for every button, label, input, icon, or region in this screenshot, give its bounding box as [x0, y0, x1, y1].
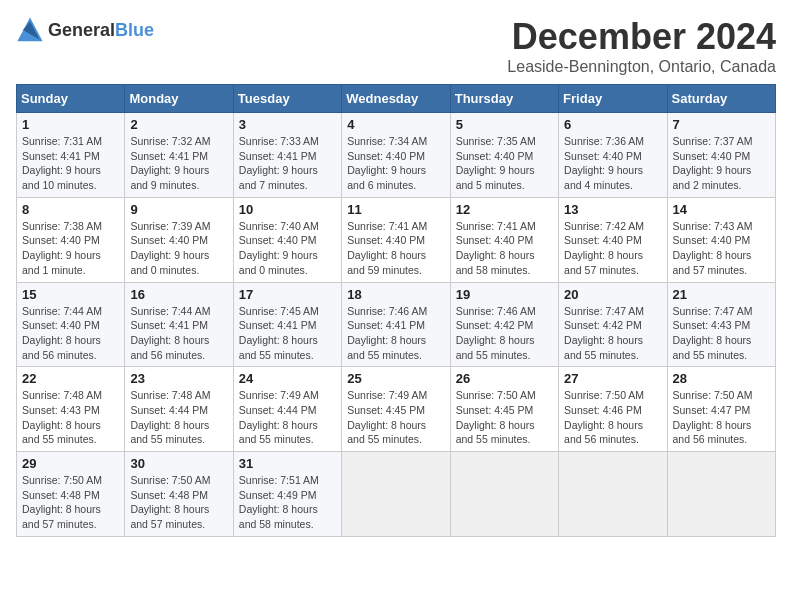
calendar-cell: 12Sunrise: 7:41 AM Sunset: 4:40 PM Dayli…	[450, 197, 558, 282]
day-info: Sunrise: 7:42 AM Sunset: 4:40 PM Dayligh…	[564, 219, 661, 278]
calendar-cell: 22Sunrise: 7:48 AM Sunset: 4:43 PM Dayli…	[17, 367, 125, 452]
day-info: Sunrise: 7:44 AM Sunset: 4:40 PM Dayligh…	[22, 304, 119, 363]
header: GeneralBlue December 2024 Leaside-Bennin…	[16, 16, 776, 76]
day-info: Sunrise: 7:36 AM Sunset: 4:40 PM Dayligh…	[564, 134, 661, 193]
day-info: Sunrise: 7:50 AM Sunset: 4:47 PM Dayligh…	[673, 388, 770, 447]
calendar-cell	[450, 452, 558, 537]
day-info: Sunrise: 7:38 AM Sunset: 4:40 PM Dayligh…	[22, 219, 119, 278]
day-info: Sunrise: 7:43 AM Sunset: 4:40 PM Dayligh…	[673, 219, 770, 278]
day-number: 26	[456, 371, 553, 386]
day-info: Sunrise: 7:50 AM Sunset: 4:48 PM Dayligh…	[22, 473, 119, 532]
calendar-table: SundayMondayTuesdayWednesdayThursdayFrid…	[16, 84, 776, 537]
day-number: 27	[564, 371, 661, 386]
calendar-cell: 20Sunrise: 7:47 AM Sunset: 4:42 PM Dayli…	[559, 282, 667, 367]
calendar-cell: 26Sunrise: 7:50 AM Sunset: 4:45 PM Dayli…	[450, 367, 558, 452]
calendar-cell: 7Sunrise: 7:37 AM Sunset: 4:40 PM Daylig…	[667, 113, 775, 198]
calendar-header-row: SundayMondayTuesdayWednesdayThursdayFrid…	[17, 85, 776, 113]
day-number: 6	[564, 117, 661, 132]
day-number: 22	[22, 371, 119, 386]
calendar-week-row: 22Sunrise: 7:48 AM Sunset: 4:43 PM Dayli…	[17, 367, 776, 452]
day-number: 18	[347, 287, 444, 302]
month-title: December 2024	[507, 16, 776, 58]
calendar-cell: 2Sunrise: 7:32 AM Sunset: 4:41 PM Daylig…	[125, 113, 233, 198]
day-number: 11	[347, 202, 444, 217]
day-number: 10	[239, 202, 336, 217]
day-number: 2	[130, 117, 227, 132]
day-header-friday: Friday	[559, 85, 667, 113]
day-info: Sunrise: 7:39 AM Sunset: 4:40 PM Dayligh…	[130, 219, 227, 278]
day-info: Sunrise: 7:47 AM Sunset: 4:42 PM Dayligh…	[564, 304, 661, 363]
day-info: Sunrise: 7:50 AM Sunset: 4:45 PM Dayligh…	[456, 388, 553, 447]
calendar-cell: 11Sunrise: 7:41 AM Sunset: 4:40 PM Dayli…	[342, 197, 450, 282]
calendar-cell: 9Sunrise: 7:39 AM Sunset: 4:40 PM Daylig…	[125, 197, 233, 282]
day-info: Sunrise: 7:46 AM Sunset: 4:42 PM Dayligh…	[456, 304, 553, 363]
day-info: Sunrise: 7:49 AM Sunset: 4:44 PM Dayligh…	[239, 388, 336, 447]
day-number: 15	[22, 287, 119, 302]
day-info: Sunrise: 7:45 AM Sunset: 4:41 PM Dayligh…	[239, 304, 336, 363]
calendar-cell: 1Sunrise: 7:31 AM Sunset: 4:41 PM Daylig…	[17, 113, 125, 198]
day-info: Sunrise: 7:35 AM Sunset: 4:40 PM Dayligh…	[456, 134, 553, 193]
calendar-cell: 18Sunrise: 7:46 AM Sunset: 4:41 PM Dayli…	[342, 282, 450, 367]
day-number: 16	[130, 287, 227, 302]
calendar-cell: 27Sunrise: 7:50 AM Sunset: 4:46 PM Dayli…	[559, 367, 667, 452]
day-info: Sunrise: 7:41 AM Sunset: 4:40 PM Dayligh…	[456, 219, 553, 278]
calendar-cell: 16Sunrise: 7:44 AM Sunset: 4:41 PM Dayli…	[125, 282, 233, 367]
day-number: 24	[239, 371, 336, 386]
day-number: 4	[347, 117, 444, 132]
day-number: 8	[22, 202, 119, 217]
day-number: 12	[456, 202, 553, 217]
day-number: 30	[130, 456, 227, 471]
calendar-cell: 31Sunrise: 7:51 AM Sunset: 4:49 PM Dayli…	[233, 452, 341, 537]
logo-blue-text: Blue	[115, 20, 154, 40]
day-number: 9	[130, 202, 227, 217]
calendar-cell: 3Sunrise: 7:33 AM Sunset: 4:41 PM Daylig…	[233, 113, 341, 198]
day-number: 28	[673, 371, 770, 386]
logo: GeneralBlue	[16, 16, 154, 44]
day-number: 3	[239, 117, 336, 132]
day-number: 19	[456, 287, 553, 302]
day-header-monday: Monday	[125, 85, 233, 113]
day-number: 29	[22, 456, 119, 471]
day-info: Sunrise: 7:48 AM Sunset: 4:43 PM Dayligh…	[22, 388, 119, 447]
calendar-week-row: 15Sunrise: 7:44 AM Sunset: 4:40 PM Dayli…	[17, 282, 776, 367]
day-number: 20	[564, 287, 661, 302]
calendar-cell: 15Sunrise: 7:44 AM Sunset: 4:40 PM Dayli…	[17, 282, 125, 367]
calendar-cell: 30Sunrise: 7:50 AM Sunset: 4:48 PM Dayli…	[125, 452, 233, 537]
day-info: Sunrise: 7:33 AM Sunset: 4:41 PM Dayligh…	[239, 134, 336, 193]
day-number: 14	[673, 202, 770, 217]
day-number: 31	[239, 456, 336, 471]
day-number: 5	[456, 117, 553, 132]
calendar-cell: 6Sunrise: 7:36 AM Sunset: 4:40 PM Daylig…	[559, 113, 667, 198]
calendar-week-row: 1Sunrise: 7:31 AM Sunset: 4:41 PM Daylig…	[17, 113, 776, 198]
calendar-cell: 10Sunrise: 7:40 AM Sunset: 4:40 PM Dayli…	[233, 197, 341, 282]
day-info: Sunrise: 7:50 AM Sunset: 4:48 PM Dayligh…	[130, 473, 227, 532]
calendar-cell: 23Sunrise: 7:48 AM Sunset: 4:44 PM Dayli…	[125, 367, 233, 452]
day-header-tuesday: Tuesday	[233, 85, 341, 113]
calendar-cell: 4Sunrise: 7:34 AM Sunset: 4:40 PM Daylig…	[342, 113, 450, 198]
day-number: 17	[239, 287, 336, 302]
day-header-thursday: Thursday	[450, 85, 558, 113]
calendar-cell: 24Sunrise: 7:49 AM Sunset: 4:44 PM Dayli…	[233, 367, 341, 452]
calendar-cell: 28Sunrise: 7:50 AM Sunset: 4:47 PM Dayli…	[667, 367, 775, 452]
day-header-sunday: Sunday	[17, 85, 125, 113]
location-title: Leaside-Bennington, Ontario, Canada	[507, 58, 776, 76]
calendar-week-row: 29Sunrise: 7:50 AM Sunset: 4:48 PM Dayli…	[17, 452, 776, 537]
day-number: 21	[673, 287, 770, 302]
calendar-cell: 21Sunrise: 7:47 AM Sunset: 4:43 PM Dayli…	[667, 282, 775, 367]
day-info: Sunrise: 7:32 AM Sunset: 4:41 PM Dayligh…	[130, 134, 227, 193]
day-info: Sunrise: 7:50 AM Sunset: 4:46 PM Dayligh…	[564, 388, 661, 447]
calendar-cell	[559, 452, 667, 537]
calendar-cell	[667, 452, 775, 537]
day-info: Sunrise: 7:37 AM Sunset: 4:40 PM Dayligh…	[673, 134, 770, 193]
day-info: Sunrise: 7:34 AM Sunset: 4:40 PM Dayligh…	[347, 134, 444, 193]
calendar-cell: 13Sunrise: 7:42 AM Sunset: 4:40 PM Dayli…	[559, 197, 667, 282]
day-info: Sunrise: 7:48 AM Sunset: 4:44 PM Dayligh…	[130, 388, 227, 447]
calendar-cell: 29Sunrise: 7:50 AM Sunset: 4:48 PM Dayli…	[17, 452, 125, 537]
day-info: Sunrise: 7:41 AM Sunset: 4:40 PM Dayligh…	[347, 219, 444, 278]
day-info: Sunrise: 7:47 AM Sunset: 4:43 PM Dayligh…	[673, 304, 770, 363]
day-info: Sunrise: 7:44 AM Sunset: 4:41 PM Dayligh…	[130, 304, 227, 363]
logo-icon	[16, 16, 44, 44]
day-header-wednesday: Wednesday	[342, 85, 450, 113]
day-info: Sunrise: 7:31 AM Sunset: 4:41 PM Dayligh…	[22, 134, 119, 193]
day-info: Sunrise: 7:51 AM Sunset: 4:49 PM Dayligh…	[239, 473, 336, 532]
